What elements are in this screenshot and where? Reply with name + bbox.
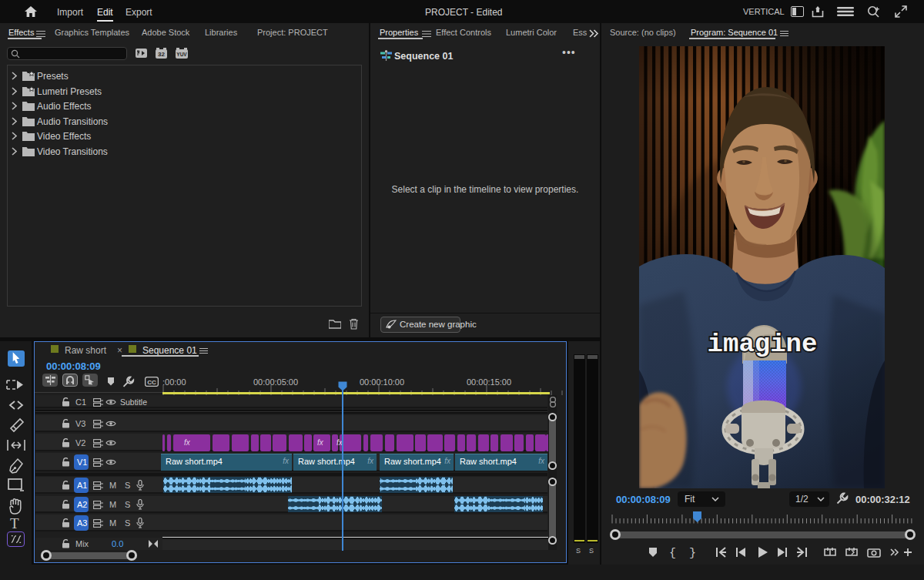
svg-text:}: }: [689, 547, 696, 559]
svg-text:32: 32: [158, 51, 165, 58]
svg-text:{: {: [669, 547, 676, 559]
svg-text:CC: CC: [147, 379, 156, 386]
svg-text:YUV: YUV: [176, 52, 187, 57]
